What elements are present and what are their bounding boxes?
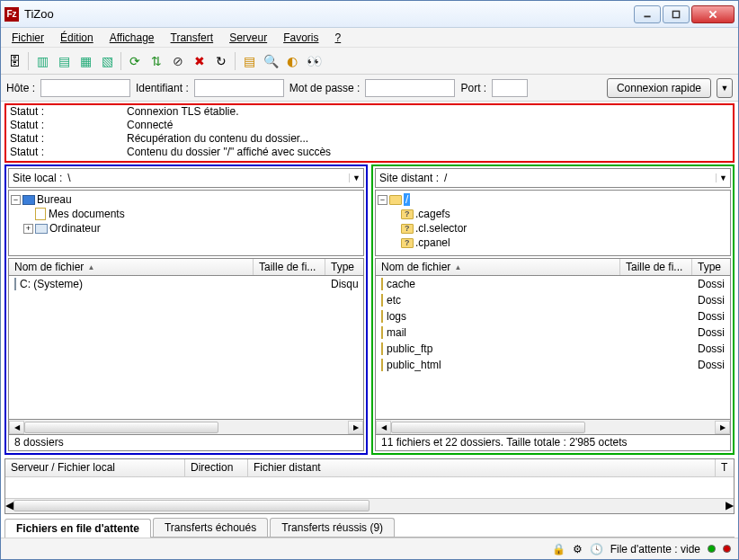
col-size[interactable]: Taille de fi... [620,259,692,275]
remote-file-list[interactable]: cacheDossi etcDossi logsDossi mailDossi … [375,276,731,420]
tree-item[interactable]: Bureau [37,193,72,206]
scroll-left-icon[interactable]: ◀ [9,421,24,434]
log-label: Statut : [10,146,127,159]
host-input[interactable] [40,79,130,97]
computer-icon [35,222,48,235]
toggle-log-icon[interactable]: ▥ [32,51,52,71]
local-path-dropdown[interactable]: ▼ [349,173,363,182]
close-button[interactable] [691,5,735,23]
window-title: TiZoo [24,7,634,21]
local-tree[interactable]: −Bureau Mes documents +Ordinateur [8,190,364,256]
tree-item[interactable]: .cpanel [415,236,450,249]
refresh-icon[interactable]: ⟳ [125,51,145,71]
log-message: Connexion TLS établie. [127,105,239,119]
local-file-list[interactable]: C: (Systeme) Disqu [8,276,364,420]
remote-list-header: Nom de fichier▲ Taille de fi... Type [375,258,731,276]
collapse-icon[interactable]: − [11,195,21,205]
queue-col-server[interactable]: Serveur / Fichier local [5,459,185,476]
col-type[interactable]: Type [692,259,730,275]
log-panel[interactable]: Statut :Connexion TLS établie. Statut :C… [4,103,735,163]
binoculars-icon[interactable]: 👀 [304,51,324,71]
filter-icon[interactable]: ▤ [239,51,259,71]
local-hscrollbar[interactable]: ◀ ▶ [8,420,364,435]
password-input[interactable] [365,79,455,97]
list-item[interactable]: public_htmlDossi [376,357,730,373]
led-activity-icon [708,545,716,553]
menu-help[interactable]: ? [328,30,349,46]
tree-item[interactable]: Ordinateur [49,222,101,235]
tree-item[interactable]: .cagefs [415,208,450,220]
log-label: Statut : [10,132,127,146]
folder-icon [381,326,383,339]
col-type[interactable]: Type [325,259,363,275]
tree-item[interactable]: Mes documents [49,208,125,220]
queue-hscrollbar[interactable]: ◀ ▶ [5,498,734,513]
port-input[interactable] [492,79,528,97]
remote-path-input[interactable] [442,170,716,186]
queue-col-remote[interactable]: Fichier distant [248,459,716,476]
search-icon[interactable]: 🔍 [261,51,280,71]
minimize-button[interactable] [634,5,661,23]
list-item[interactable]: etcDossi [376,292,730,308]
scroll-left-icon[interactable]: ◀ [376,421,391,434]
local-path-input[interactable] [66,170,349,186]
clock-icon[interactable]: 🕓 [590,543,603,556]
compare-icon[interactable]: ◐ [282,51,302,71]
maximize-button[interactable] [663,5,690,23]
transfer-queue: Serveur / Fichier local Direction Fichie… [4,458,735,514]
quickconnect-button[interactable]: Connexion rapide [607,78,711,98]
document-icon [34,208,47,220]
list-item[interactable]: logsDossi [376,308,730,324]
toggle-queue-icon[interactable]: ▧ [97,51,117,71]
disconnect-icon[interactable]: ✖ [190,51,209,71]
remote-tree[interactable]: −/ .cagefs .cl.selector .cpanel [375,190,731,256]
scroll-right-icon[interactable]: ▶ [715,421,730,434]
list-item[interactable]: cacheDossi [376,276,730,292]
queue-tabs: Fichiers en file d'attente Transferts éc… [4,516,735,538]
queue-body[interactable] [5,477,734,498]
menu-edit[interactable]: Édition [53,30,101,46]
menu-file[interactable]: Fichier [4,30,51,46]
tab-success[interactable]: Transferts réussis (9) [270,518,395,537]
gear-icon[interactable]: ⚙ [573,543,583,556]
menu-server[interactable]: Serveur [222,30,274,46]
toggle-remote-icon[interactable]: ▦ [76,51,95,71]
cancel-icon[interactable]: ⊘ [168,51,188,71]
list-item[interactable]: public_ftpDossi [376,341,730,357]
remote-hscrollbar[interactable]: ◀ ▶ [375,420,731,435]
col-size[interactable]: Taille de fi... [254,259,325,275]
port-label: Port : [460,82,486,94]
tab-failed[interactable]: Transferts échoués [153,518,268,537]
reconnect-icon[interactable]: ↻ [211,51,231,71]
lock-icon[interactable]: 🔒 [552,543,565,556]
remote-path-dropdown[interactable]: ▼ [716,173,730,182]
menu-bookmarks[interactable]: Favoris [276,30,325,46]
tree-item[interactable]: .cl.selector [415,222,467,235]
scroll-right-icon[interactable]: ▶ [726,499,734,513]
col-name[interactable]: Nom de fichier▲ [376,259,620,275]
tree-item[interactable]: / [404,193,410,206]
expand-icon[interactable]: + [23,224,33,234]
user-input[interactable] [194,79,284,97]
queue-col-direction[interactable]: Direction [185,459,248,476]
remote-pane: Site distant : ▼ −/ .cagefs .cl.selector… [371,164,735,455]
menu-view[interactable]: Affichage [102,30,162,46]
collapse-icon[interactable]: − [378,195,387,205]
col-name[interactable]: Nom de fichier▲ [9,259,254,275]
process-queue-icon[interactable]: ⇅ [147,51,166,71]
sitemanager-icon[interactable]: 🗄 [4,51,24,71]
list-item[interactable]: C: (Systeme) Disqu [9,276,363,292]
folder-unknown-icon [401,236,414,249]
queue-col-tail[interactable]: T [716,459,734,476]
menu-transfer[interactable]: Transfert [164,30,221,46]
folder-unknown-icon [401,222,414,235]
list-item[interactable]: mailDossi [376,324,730,341]
folder-icon [381,359,383,371]
scroll-right-icon[interactable]: ▶ [348,421,363,434]
password-label: Mot de passe : [289,82,361,94]
tab-queued[interactable]: Fichiers en file d'attente [4,519,151,538]
toggle-local-icon[interactable]: ▤ [54,51,74,71]
local-path-bar: Site local : ▼ [8,168,364,188]
quickconnect-dropdown[interactable]: ▼ [717,78,733,98]
scroll-left-icon[interactable]: ◀ [5,499,13,513]
